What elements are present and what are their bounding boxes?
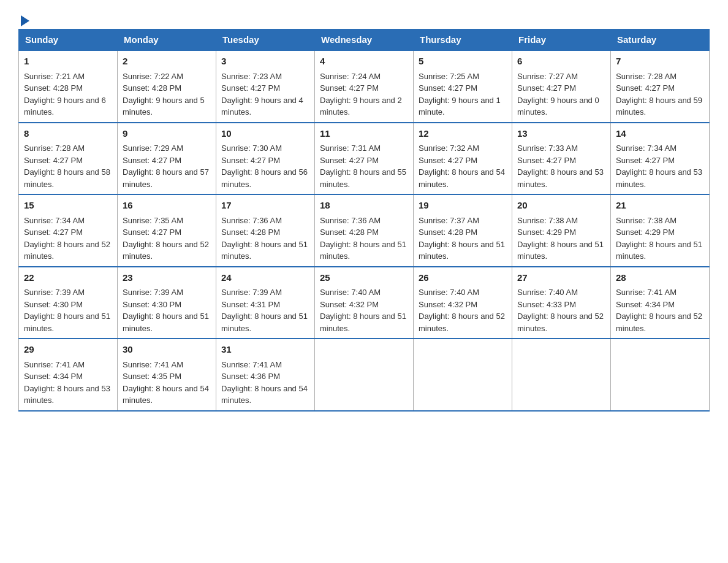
sunrise-line: Sunrise: 7:40 AM: [419, 288, 479, 297]
sunrise-line: Sunrise: 7:36 AM: [221, 216, 282, 225]
calendar-week-row: 8Sunrise: 7:28 AMSunset: 4:27 PMDaylight…: [19, 123, 710, 195]
calendar-cell: [315, 339, 414, 411]
sunset-line: Sunset: 4:28 PM: [320, 228, 379, 237]
day-number: 31: [221, 343, 309, 357]
calendar-cell: 30Sunrise: 7:41 AMSunset: 4:35 PMDayligh…: [118, 339, 216, 411]
sunrise-line: Sunrise: 7:37 AM: [419, 216, 479, 225]
sunrise-line: Sunrise: 7:22 AM: [123, 72, 183, 81]
calendar-cell: 26Sunrise: 7:40 AMSunset: 4:32 PMDayligh…: [414, 267, 512, 339]
calendar-cell: 8Sunrise: 7:28 AMSunset: 4:27 PMDaylight…: [19, 123, 118, 195]
daylight-line: Daylight: 8 hours and 51 minutes.: [221, 240, 308, 261]
daylight-line: Daylight: 8 hours and 55 minutes.: [320, 167, 406, 189]
day-number: 11: [320, 127, 408, 141]
day-number: 2: [123, 55, 211, 69]
calendar-cell: 15Sunrise: 7:34 AMSunset: 4:27 PMDayligh…: [19, 194, 118, 267]
calendar-cell: 20Sunrise: 7:38 AMSunset: 4:29 PMDayligh…: [512, 194, 611, 267]
sunset-line: Sunset: 4:27 PM: [24, 228, 83, 237]
sunrise-line: Sunrise: 7:28 AM: [616, 72, 677, 81]
day-number: 1: [24, 55, 112, 69]
day-number: 27: [517, 271, 605, 285]
daylight-line: Daylight: 8 hours and 59 minutes.: [616, 96, 702, 117]
calendar-cell: 17Sunrise: 7:36 AMSunset: 4:28 PMDayligh…: [216, 194, 315, 267]
calendar-header-sunday: Sunday: [19, 29, 118, 51]
sunset-line: Sunset: 4:27 PM: [419, 156, 477, 165]
calendar-header-monday: Monday: [118, 29, 216, 51]
sunrise-line: Sunrise: 7:33 AM: [517, 144, 578, 153]
sunrise-line: Sunrise: 7:38 AM: [517, 216, 578, 225]
calendar-cell: 27Sunrise: 7:40 AMSunset: 4:33 PMDayligh…: [512, 267, 611, 339]
sunrise-line: Sunrise: 7:40 AM: [517, 288, 578, 297]
calendar-cell: [611, 339, 710, 411]
daylight-line: Daylight: 8 hours and 52 minutes.: [517, 312, 604, 333]
day-number: 10: [221, 127, 309, 141]
daylight-line: Daylight: 8 hours and 51 minutes.: [320, 240, 406, 261]
sunset-line: Sunset: 4:27 PM: [320, 156, 379, 165]
day-number: 16: [123, 199, 211, 213]
day-number: 8: [24, 127, 112, 141]
day-number: 20: [517, 199, 605, 213]
calendar-week-row: 22Sunrise: 7:39 AMSunset: 4:30 PMDayligh…: [19, 267, 710, 339]
daylight-line: Daylight: 8 hours and 52 minutes.: [24, 240, 110, 261]
day-number: 24: [221, 271, 309, 285]
daylight-line: Daylight: 8 hours and 54 minutes.: [419, 167, 505, 189]
calendar-cell: 2Sunrise: 7:22 AMSunset: 4:28 PMDaylight…: [118, 50, 216, 123]
day-number: 26: [419, 271, 507, 285]
calendar-cell: 1Sunrise: 7:21 AMSunset: 4:28 PMDaylight…: [19, 50, 118, 123]
sunrise-line: Sunrise: 7:34 AM: [24, 216, 85, 225]
day-number: 3: [221, 55, 309, 69]
sunset-line: Sunset: 4:27 PM: [320, 83, 379, 93]
sunrise-line: Sunrise: 7:35 AM: [123, 216, 183, 225]
sunrise-line: Sunrise: 7:28 AM: [24, 144, 85, 153]
calendar-header-wednesday: Wednesday: [315, 29, 414, 51]
calendar-cell: 4Sunrise: 7:24 AMSunset: 4:27 PMDaylight…: [315, 50, 414, 123]
calendar-cell: 13Sunrise: 7:33 AMSunset: 4:27 PMDayligh…: [512, 123, 611, 195]
calendar-cell: 6Sunrise: 7:27 AMSunset: 4:27 PMDaylight…: [512, 50, 611, 123]
day-number: 19: [419, 199, 507, 213]
daylight-line: Daylight: 9 hours and 4 minutes.: [221, 96, 303, 117]
sunset-line: Sunset: 4:35 PM: [123, 372, 181, 381]
sunset-line: Sunset: 4:36 PM: [221, 372, 280, 381]
sunset-line: Sunset: 4:34 PM: [616, 300, 675, 309]
calendar-cell: 19Sunrise: 7:37 AMSunset: 4:28 PMDayligh…: [414, 194, 512, 267]
day-number: 4: [320, 55, 408, 69]
sunset-line: Sunset: 4:29 PM: [616, 228, 675, 237]
daylight-line: Daylight: 8 hours and 54 minutes.: [221, 384, 308, 405]
calendar-cell: 29Sunrise: 7:41 AMSunset: 4:34 PMDayligh…: [19, 339, 118, 411]
daylight-line: Daylight: 9 hours and 1 minute.: [419, 96, 501, 117]
daylight-line: Daylight: 8 hours and 51 minutes.: [517, 240, 604, 261]
sunset-line: Sunset: 4:28 PM: [123, 83, 181, 93]
sunrise-line: Sunrise: 7:36 AM: [320, 216, 381, 225]
sunrise-line: Sunrise: 7:38 AM: [616, 216, 677, 225]
day-number: 25: [320, 271, 408, 285]
sunset-line: Sunset: 4:33 PM: [517, 300, 576, 309]
sunrise-line: Sunrise: 7:29 AM: [123, 144, 183, 153]
daylight-line: Daylight: 8 hours and 51 minutes.: [221, 312, 308, 333]
sunset-line: Sunset: 4:28 PM: [419, 228, 477, 237]
sunset-line: Sunset: 4:34 PM: [24, 372, 83, 381]
calendar-cell: 31Sunrise: 7:41 AMSunset: 4:36 PMDayligh…: [216, 339, 315, 411]
calendar-cell: 24Sunrise: 7:39 AMSunset: 4:31 PMDayligh…: [216, 267, 315, 339]
day-number: 30: [123, 343, 211, 357]
sunrise-line: Sunrise: 7:32 AM: [419, 144, 479, 153]
calendar-cell: 18Sunrise: 7:36 AMSunset: 4:28 PMDayligh…: [315, 194, 414, 267]
daylight-line: Daylight: 8 hours and 57 minutes.: [123, 167, 209, 189]
sunrise-line: Sunrise: 7:40 AM: [320, 288, 381, 297]
sunrise-line: Sunrise: 7:23 AM: [221, 72, 282, 81]
sunset-line: Sunset: 4:30 PM: [24, 300, 83, 309]
calendar-cell: 21Sunrise: 7:38 AMSunset: 4:29 PMDayligh…: [611, 194, 710, 267]
day-number: 12: [419, 127, 507, 141]
sunset-line: Sunset: 4:27 PM: [221, 156, 280, 165]
logo: [18, 12, 31, 23]
day-number: 5: [419, 55, 507, 69]
calendar-header-tuesday: Tuesday: [216, 29, 315, 51]
daylight-line: Daylight: 8 hours and 53 minutes.: [616, 167, 702, 189]
sunrise-line: Sunrise: 7:39 AM: [123, 288, 183, 297]
day-number: 13: [517, 127, 605, 141]
day-number: 28: [616, 271, 704, 285]
daylight-line: Daylight: 8 hours and 51 minutes.: [419, 240, 505, 261]
sunset-line: Sunset: 4:27 PM: [616, 83, 675, 93]
day-number: 7: [616, 55, 704, 69]
day-number: 21: [616, 199, 704, 213]
day-number: 18: [320, 199, 408, 213]
sunset-line: Sunset: 4:27 PM: [517, 156, 576, 165]
